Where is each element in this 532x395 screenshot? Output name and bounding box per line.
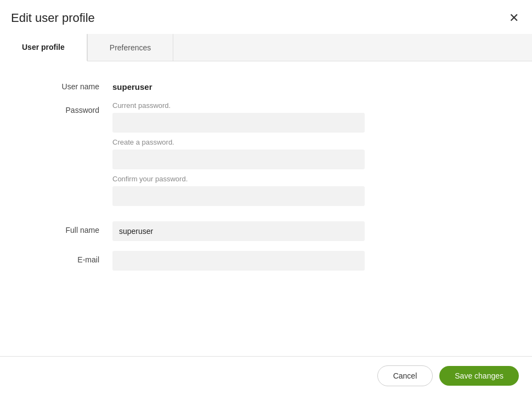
- close-button[interactable]: ✕: [507, 10, 521, 26]
- password-fields: Current password. Create a password. Con…: [112, 101, 365, 211]
- form-section: User name superuser Password Current pas…: [19, 78, 513, 271]
- password-label: Password: [41, 101, 112, 115]
- current-password-desc: Current password.: [112, 101, 365, 110]
- fullname-field-group: [112, 221, 365, 241]
- email-field-group: [112, 251, 365, 271]
- fullname-input[interactable]: [112, 221, 365, 241]
- dialog-header: Edit user profile ✕: [0, 0, 532, 34]
- edit-user-profile-dialog: Edit user profile ✕ User profile Prefere…: [0, 0, 532, 395]
- email-label: E-mail: [41, 251, 112, 264]
- current-password-group: Current password.: [112, 101, 365, 133]
- confirm-password-input[interactable]: [112, 186, 365, 206]
- dialog-body: User name superuser Password Current pas…: [0, 61, 532, 356]
- email-row: E-mail: [41, 251, 491, 271]
- email-input[interactable]: [112, 251, 365, 271]
- tab-user-profile[interactable]: User profile: [0, 34, 87, 61]
- password-row: Password Current password. Create a pass…: [41, 101, 491, 211]
- confirm-password-group: Confirm your password.: [112, 175, 365, 206]
- dialog-footer: Cancel Save changes: [0, 356, 532, 395]
- fullname-label: Full name: [41, 221, 112, 234]
- create-password-group: Create a password.: [112, 138, 365, 169]
- tabs-spacer: [173, 34, 532, 61]
- confirm-password-desc: Confirm your password.: [112, 175, 365, 183]
- cancel-button[interactable]: Cancel: [377, 365, 433, 386]
- tab-preferences[interactable]: Preferences: [87, 34, 173, 61]
- fullname-row: Full name: [41, 221, 491, 241]
- username-label: User name: [41, 78, 112, 91]
- create-password-input[interactable]: [112, 150, 365, 169]
- current-password-input[interactable]: [112, 113, 365, 133]
- create-password-desc: Create a password.: [112, 138, 365, 146]
- tabs-bar: User profile Preferences: [0, 34, 532, 61]
- username-row: User name superuser: [41, 78, 491, 91]
- save-changes-button[interactable]: Save changes: [439, 366, 519, 386]
- dialog-title: Edit user profile: [11, 11, 95, 25]
- username-value: superuser: [112, 78, 152, 91]
